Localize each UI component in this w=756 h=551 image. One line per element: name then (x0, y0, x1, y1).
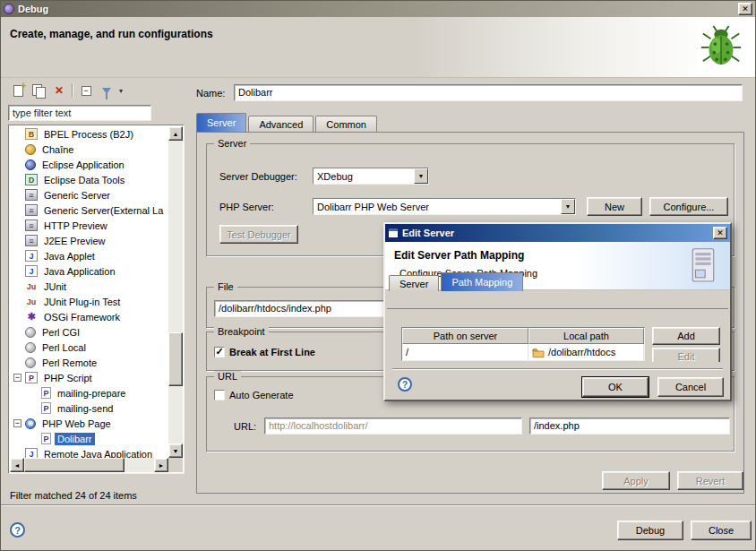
tree-item-chaine[interactable]: Chaîne (10, 142, 168, 157)
perl-icon (25, 357, 36, 368)
path-mapping-table[interactable]: Path on server Local path / /dolibarr/ht… (401, 327, 645, 361)
tree-item-mailing-send[interactable]: mailing-send (10, 400, 168, 416)
auto-generate-checkbox[interactable] (214, 390, 225, 400)
tree-item-php-script[interactable]: PHP Script (10, 370, 168, 385)
osgi-icon (25, 311, 38, 323)
test-debugger-button[interactable]: Test Debugger (219, 225, 298, 244)
new-configuration-icon[interactable] (10, 82, 26, 99)
auto-generate-row: Auto Generate (214, 390, 294, 400)
tab-common[interactable]: Common (315, 116, 377, 132)
url-label: URL: (234, 421, 256, 432)
php-server-select[interactable]: Dolibarr PHP Web Server (313, 198, 576, 215)
cancel-button[interactable]: Cancel (657, 377, 724, 397)
chevron-down-icon[interactable] (561, 199, 575, 214)
server-icon (25, 204, 38, 216)
collapse-icon[interactable] (13, 374, 21, 382)
dialog-help-icon[interactable] (398, 377, 412, 392)
configurations-toolbar (8, 80, 123, 101)
duplicate-configuration-icon[interactable] (30, 82, 47, 99)
tab-path-mapping[interactable]: Path Mapping (441, 272, 523, 291)
add-mapping-button[interactable]: Add (652, 327, 720, 345)
tree-item-mailing-prepare[interactable]: mailing-prepare (10, 385, 168, 400)
tree-item-http-preview[interactable]: HTTP Preview (10, 218, 168, 233)
tree-item-junit-plugin-test[interactable]: JUnit Plug-in Test (10, 294, 168, 309)
edit-mapping-button[interactable]: Edit (652, 348, 720, 362)
collapse-all-icon[interactable] (78, 82, 94, 99)
tree-item-generic-server-external[interactable]: Generic Server(External La (10, 202, 168, 218)
tab-advanced[interactable]: Advanced (248, 116, 314, 132)
tree-item-j2ee-preview[interactable]: J2EE Preview (10, 233, 168, 248)
server-debugger-select[interactable]: XDebug (313, 168, 429, 185)
break-at-first-line-checkbox[interactable] (214, 347, 225, 357)
filter-icon[interactable] (99, 82, 115, 99)
main-tabs: Server Advanced Common (196, 113, 379, 132)
url-base-input[interactable]: http://localhostdolibarr/ (264, 418, 522, 435)
scroll-right-icon[interactable]: ► (154, 458, 168, 472)
tree-item-java-application[interactable]: Java Application (10, 263, 168, 279)
tree-item-bpel-process[interactable]: BPEL Process (B2J) (10, 126, 168, 142)
tree-item-php-web-page[interactable]: PHP Web Page (10, 416, 168, 431)
tree-item-junit[interactable]: JUnit (10, 279, 168, 294)
collapse-icon[interactable] (13, 419, 21, 427)
tree-item-eclipse-application[interactable]: Eclipse Application (10, 157, 168, 172)
scroll-up-icon[interactable]: ▲ (168, 126, 183, 141)
toolbar-separator (72, 83, 73, 98)
dialog-close-icon[interactable] (713, 227, 727, 239)
tab-server[interactable]: Server (196, 113, 246, 132)
url-path-input[interactable]: /index.php (529, 418, 730, 435)
header-banner: Create, manage, and run configurations (1, 17, 755, 78)
tree-item-perl-local[interactable]: Perl Local (10, 340, 168, 355)
scrollbar-thumb[interactable] (168, 332, 183, 386)
chevron-down-icon[interactable] (414, 168, 428, 184)
configure-server-button[interactable]: Configure... (649, 197, 728, 216)
new-server-button[interactable]: New (587, 197, 642, 216)
path-on-server-cell: / (402, 344, 528, 360)
dialog-heading: Edit Server Path Mapping (394, 249, 524, 262)
tree-item-osgi-framework[interactable]: OSGi Framework (10, 309, 168, 324)
tree-item-remote-java-application[interactable]: Remote Java Application (10, 446, 168, 458)
revert-button[interactable]: Revert (677, 471, 743, 490)
scrollbar-thumb[interactable] (24, 458, 125, 472)
tree-item-eclipse-data-tools[interactable]: Eclipse Data Tools (10, 172, 168, 187)
table-row[interactable]: / /dolibarr/htdocs (402, 344, 644, 360)
local-path-header[interactable]: Local path (528, 328, 644, 344)
delete-configuration-icon[interactable] (51, 82, 67, 99)
path-on-server-header[interactable]: Path on server (402, 328, 528, 344)
tree-item-java-applet[interactable]: Java Applet (10, 248, 168, 263)
apply-button[interactable]: Apply (602, 471, 670, 490)
help-icon[interactable] (10, 522, 25, 538)
tree-vertical-scrollbar[interactable]: ▲ ▼ (168, 126, 183, 458)
name-input[interactable]: Dolibarr (234, 84, 743, 101)
scroll-down-icon[interactable]: ▼ (168, 443, 183, 458)
tree-item-perl-cgi[interactable]: Perl CGI (10, 324, 168, 340)
ok-button[interactable]: OK (582, 377, 649, 397)
tree-item-perl-remote[interactable]: Perl Remote (10, 355, 168, 370)
php-file-icon (41, 387, 51, 399)
name-label: Name: (196, 88, 225, 99)
perl-icon (25, 342, 36, 353)
tree-horizontal-scrollbar[interactable]: ◄ ► (10, 458, 168, 472)
mapping-buttons: Add Edit (652, 327, 720, 362)
window-title: Debug (18, 4, 738, 14)
dialog-icon (388, 228, 399, 238)
debug-bug-image (698, 22, 744, 69)
filter-input[interactable]: type filter text (8, 105, 151, 121)
file-group-title: File (214, 281, 237, 292)
window-close-icon[interactable] (738, 3, 752, 15)
tree-item-generic-server[interactable]: Generic Server (10, 187, 168, 202)
tab-server-settings[interactable]: Server (389, 275, 439, 291)
breakpoint-group-title: Breakpoint (214, 326, 269, 337)
dialog-tabs: Server Path Mapping (389, 273, 525, 291)
configurations-panel: type filter text BPEL Process (B2J) Chaî… (8, 80, 185, 485)
filter-menu-chevron-icon[interactable] (119, 87, 123, 95)
tree-item-dolibarr[interactable]: Dolibarr (10, 431, 168, 446)
server-group-title: Server (214, 138, 250, 149)
debug-button[interactable]: Debug (617, 521, 683, 540)
remote-java-icon (25, 448, 38, 458)
close-button[interactable]: Close (691, 521, 752, 540)
break-at-first-line-row: Break at First Line (214, 347, 315, 357)
window-titlebar: Debug (1, 1, 755, 17)
junit-plugin-icon (25, 296, 38, 307)
scroll-left-icon[interactable]: ◄ (10, 458, 24, 472)
perl-icon (25, 327, 36, 338)
